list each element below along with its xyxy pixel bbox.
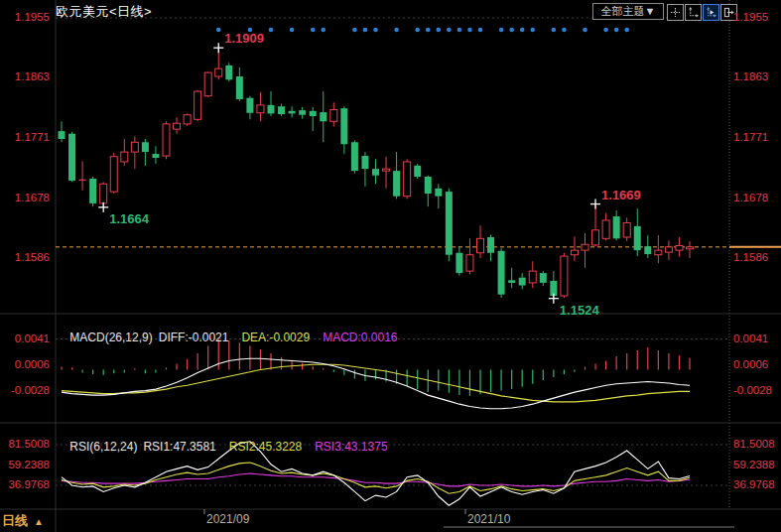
crosshair-move-icon — [670, 7, 681, 18]
rsi-params-label: RSI(6,12,24) — [69, 440, 137, 454]
rsi3-value: RSI3:43.1375 — [315, 440, 387, 454]
period-arrow-icon: ▲ — [34, 516, 44, 527]
rsi2-value: RSI2:45.3228 — [229, 440, 302, 454]
axis-range-button[interactable] — [685, 4, 702, 21]
crosshair-move-button[interactable] — [667, 4, 684, 21]
macd-dea-value: DEA:-0.0029 — [241, 331, 310, 344]
axis-scale-button[interactable] — [703, 4, 719, 21]
macd-macd-value: MACD:0.0016 — [323, 331, 397, 344]
exit-pane-button[interactable] — [720, 4, 737, 21]
instrument-title: 欧元美元<日线> — [56, 3, 152, 21]
period-selector[interactable]: 日线▲ — [2, 512, 44, 530]
rsi-header: RSI(6,12,24)RSI1:47.3581RSI2:45.3228RSI3… — [57, 426, 401, 467]
axis-scale-icon — [706, 7, 716, 18]
macd-diff-value: DIFF:-0.0021 — [159, 331, 229, 344]
axis-range-icon — [688, 7, 699, 18]
period-label: 日线 — [2, 513, 28, 528]
macd-params-label: MACD(26,12,9) — [69, 331, 152, 344]
exit-pane-icon — [723, 7, 734, 18]
macd-header: MACD(26,12,9)DIFF:-0.0021DEA:-0.0029MACD… — [57, 317, 411, 358]
trading-app-window: 欧元美元<日线> 全部主题▼ MACD(26,12,9)DIFF:-0.0021… — [0, 0, 781, 532]
rsi1-value: RSI1:47.3581 — [143, 440, 215, 454]
theme-dropdown[interactable]: 全部主题▼ — [592, 3, 664, 20]
